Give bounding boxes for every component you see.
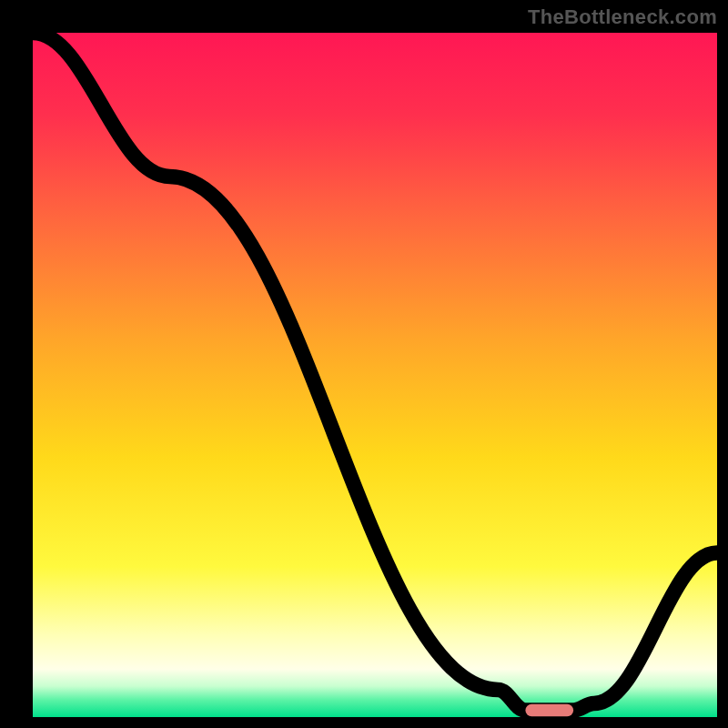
optimal-marker <box>525 704 573 717</box>
chart-container: TheBottleneck.com <box>0 0 728 728</box>
gradient-background <box>33 33 717 717</box>
plot-area <box>33 33 717 717</box>
chart-svg <box>33 33 717 717</box>
watermark-text: TheBottleneck.com <box>528 5 717 29</box>
